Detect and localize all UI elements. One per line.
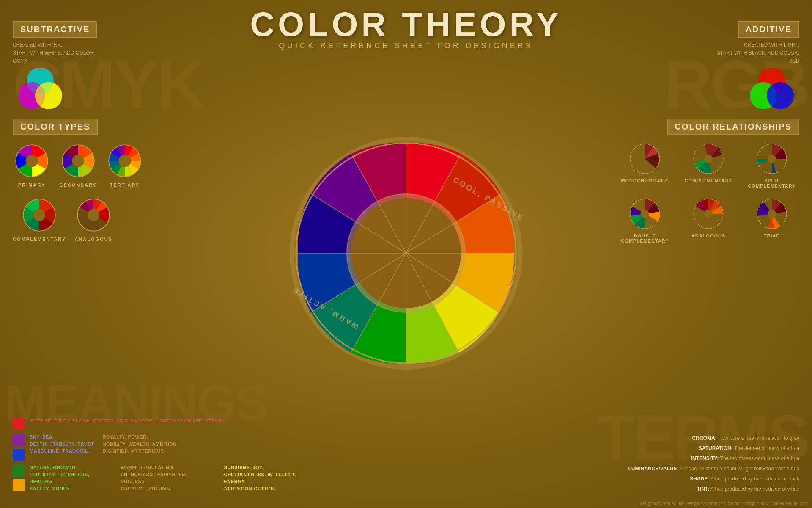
term-shade: SHADE: A hue produced by the addition of… (554, 475, 799, 483)
subtractive-description: CREATED WITH INK; START WITH WHITE, ADD … (13, 41, 97, 66)
swatch-green (13, 465, 25, 477)
swatch-blue (13, 449, 25, 461)
swatch-red (13, 418, 25, 430)
subtractive-panel: SUBTRACTIVE CREATED WITH INK; START WITH… (13, 21, 97, 110)
rgb-venn-diagram (744, 68, 799, 110)
color-types-panel: COLOR TYPES PRIMARY (13, 119, 173, 242)
rel-triad: TRIAD (744, 197, 799, 243)
meanings-panel: INTENSE, FIRE & BLOOD, ENERGY, WAR, DANG… (13, 417, 317, 495)
meaning-blue-text: SKY, SEA,DEPTH, STABILITY, TRUSTMASCULIN… (30, 433, 94, 455)
svg-point-54 (768, 210, 776, 218)
term-luminance: LUMINANCE/VALUE: A measure of the amount… (554, 465, 799, 472)
svg-point-13 (72, 155, 85, 167)
color-type-secondary: SECONDARY (59, 142, 97, 188)
color-type-analogous: ANALOGOUS (74, 196, 112, 242)
svg-point-16 (119, 155, 131, 167)
swatch-purple (13, 434, 25, 446)
color-relationships-header: COLOR RELATIONSHIPS (667, 119, 799, 135)
svg-point-10 (26, 155, 38, 167)
svg-point-19 (33, 209, 46, 221)
terms-panel: CHROMA: How pure a hue is in relation to… (554, 434, 799, 495)
color-type-primary: PRIMARY (13, 142, 51, 188)
meaning-red: INTENSE, FIRE & BLOOD, ENERGY, WAR, DANG… (13, 417, 317, 430)
color-types-header: COLOR TYPES (13, 119, 98, 135)
meaning-orange-text: WARM, STIMULATING,ENTHUSIASM, HAPPINESS,… (121, 464, 211, 492)
svg-point-52 (704, 210, 713, 218)
svg-point-48 (768, 155, 776, 163)
svg-point-46 (704, 155, 713, 163)
subtractive-header: SUBTRACTIVE (13, 21, 97, 38)
main-color-wheel: COOL, PASSIVE WARM, ACTIVE (283, 130, 529, 378)
page-title: COLOR THEORY (250, 8, 562, 41)
rel-complementary: COMPLEMENTARY (681, 142, 736, 188)
term-intensity: INTENSITY: The brightness or dullness of… (554, 455, 799, 462)
color-relationships-grid: MONOCHROMATIC COMPLEMENTARY (617, 142, 799, 243)
color-type-complementary: COMPLEMENTARY (13, 196, 66, 242)
meaning-red-text: INTENSE, FIRE & BLOOD, ENERGY, WAR, DANG… (30, 417, 228, 425)
color-relationships-panel: COLOR RELATIONSHIPS MONOCHROMATIC (617, 119, 799, 243)
additive-header: ADDITIVE (738, 21, 799, 38)
meaning-green-text: NATURE, GROWTH.FERTILITY, FRESHNESS, HEA… (30, 464, 112, 492)
meaning-green-others: NATURE, GROWTH.FERTILITY, FRESHNESS, HEA… (13, 464, 317, 492)
color-types-grid: PRIMARY SECONDARY (13, 142, 173, 242)
color-type-tertiary: TERTIARY (106, 142, 144, 188)
rel-double-complementary: DOUBLE COMPLEMENTARY (617, 197, 672, 243)
page-subtitle: QUICK REFERENCE SHEET FOR DESIGNERS (250, 41, 562, 50)
svg-point-50 (641, 210, 649, 218)
meaning-yellow-text: SUNSHINE, JOY.CHEERFULNESS, INTELLECT, E… (224, 464, 317, 492)
rel-analogous: ANALOGOUS (681, 197, 736, 243)
cmyk-venn-diagram (13, 68, 68, 110)
main-title-block: COLOR THEORY QUICK REFERENCE SHEET FOR D… (250, 8, 562, 50)
term-tint: TINT: A hue produced by the addition of … (554, 485, 799, 493)
meaning-blue-purple: SKY, SEA,DEPTH, STABILITY, TRUSTMASCULIN… (13, 433, 317, 461)
additive-panel: ADDITIVE CREATED WITH LIGHT; START WITH … (717, 21, 799, 110)
term-chroma: CHROMA: How pure a hue is in relation to… (554, 434, 799, 442)
rel-split-complementary: SPLIT COMPLEMENTARY (744, 142, 799, 188)
svg-point-22 (88, 209, 100, 221)
svg-point-8 (767, 82, 794, 109)
credit-text: *designed by Paper Leaf Design, with tha… (638, 501, 808, 506)
meaning-purple-text: ROYALTY, POWER.NOBILITY, WEALTH, AMBITIO… (102, 433, 177, 455)
additive-description: CREATED WITH LIGHT; START WITH BLACK, AD… (717, 41, 799, 66)
rel-monochromatic: MONOCHROMATIC (617, 142, 672, 188)
svg-point-5 (35, 82, 62, 109)
swatch-orange (13, 479, 25, 491)
term-saturation: SATURATION: The degree of purity of a hu… (554, 444, 799, 452)
